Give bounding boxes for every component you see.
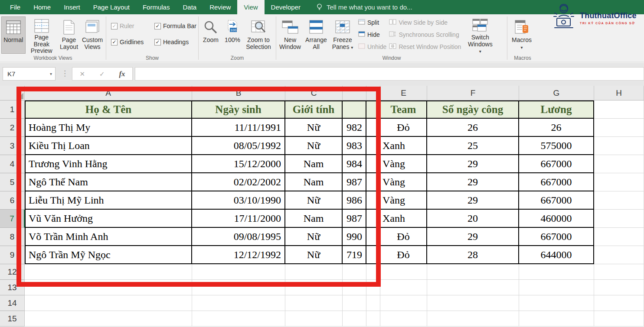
column-header-E[interactable]: E <box>380 86 427 100</box>
row-header-13[interactable]: 13 <box>0 280 25 295</box>
new-window-button[interactable]: New Window <box>278 16 303 54</box>
cell[interactable]: 984 <box>343 155 366 173</box>
cell[interactable] <box>192 264 285 280</box>
cell[interactable]: 15/12/2000 <box>192 155 285 173</box>
cell[interactable] <box>427 264 519 280</box>
cell[interactable] <box>366 264 380 280</box>
formula-input[interactable] <box>135 67 644 81</box>
cell[interactable]: 644000 <box>519 246 594 264</box>
table-header-cell[interactable]: Team <box>380 100 427 119</box>
normal-view-button[interactable]: Normal <box>1 16 26 54</box>
cell[interactable] <box>25 311 192 327</box>
cell[interactable]: 575000 <box>519 137 594 155</box>
table-header-cell[interactable]: Ngày sinh <box>192 100 285 119</box>
cell[interactable] <box>343 280 366 295</box>
row-header-4[interactable]: 4 <box>0 155 25 173</box>
row-header-9[interactable]: 9 <box>0 246 25 264</box>
tab-data[interactable]: Data <box>176 0 203 14</box>
name-box[interactable]: K7 ▾ <box>3 67 56 81</box>
cell[interactable] <box>192 295 285 311</box>
column-header-A[interactable]: A <box>25 86 192 100</box>
cell[interactable] <box>594 280 644 295</box>
cell[interactable] <box>427 280 519 295</box>
tab-formulas[interactable]: Formulas <box>136 0 177 14</box>
cell[interactable] <box>519 311 594 327</box>
split-button[interactable]: Split <box>358 16 386 29</box>
zoom-button[interactable]: Zoom <box>200 16 222 54</box>
table-header-cell[interactable]: Lương <box>519 100 594 119</box>
cell[interactable] <box>366 119 380 137</box>
cell[interactable] <box>366 311 380 327</box>
cell[interactable]: 667000 <box>519 155 594 173</box>
tab-insert[interactable]: Insert <box>57 0 87 14</box>
cell[interactable] <box>192 280 285 295</box>
cell[interactable] <box>594 155 644 173</box>
cell[interactable]: Nam <box>285 173 343 191</box>
cell[interactable]: 29 <box>427 173 519 191</box>
cell[interactable] <box>519 264 594 280</box>
cell[interactable]: 28 <box>427 246 519 264</box>
cell[interactable]: Vàng <box>380 155 427 173</box>
cell[interactable] <box>25 280 192 295</box>
cell[interactable]: Vàng <box>380 191 427 210</box>
cell[interactable]: 03/10/1990 <box>192 191 285 210</box>
row-header-1[interactable]: 1 <box>0 100 25 119</box>
cell[interactable] <box>519 295 594 311</box>
cell[interactable]: Xanh <box>380 210 427 228</box>
cell[interactable] <box>594 295 644 311</box>
cell[interactable] <box>519 280 594 295</box>
column-header-G[interactable]: G <box>519 86 594 100</box>
row-header-7[interactable]: 7 <box>0 210 25 228</box>
switch-windows-button[interactable]: Switch Windows ▾ <box>464 16 496 54</box>
row-header-8[interactable]: 8 <box>0 228 25 246</box>
row-header-15[interactable]: 15 <box>0 311 25 327</box>
unhide-button[interactable]: Unhide <box>358 41 386 53</box>
cell[interactable] <box>343 264 366 280</box>
column-header-narrow-3[interactable] <box>343 86 366 100</box>
cell[interactable] <box>366 280 380 295</box>
cell[interactable]: Trương Vinh Hằng <box>25 155 192 173</box>
cell[interactable] <box>343 295 366 311</box>
column-header-narrow-4[interactable] <box>366 86 380 100</box>
select-all-button[interactable] <box>0 86 25 100</box>
cell[interactable] <box>594 137 644 155</box>
cell[interactable] <box>285 295 343 311</box>
cell[interactable]: Kiều Thị Loan <box>25 137 192 155</box>
row-header-14[interactable]: 14 <box>0 295 25 311</box>
cell[interactable] <box>380 311 427 327</box>
gridlines-checkbox[interactable]: ✓ Gridlines <box>111 36 154 48</box>
cell[interactable]: 29 <box>427 228 519 246</box>
cell[interactable] <box>594 173 644 191</box>
cell[interactable]: 02/02/2002 <box>192 173 285 191</box>
tab-file[interactable]: File <box>3 0 27 14</box>
cell[interactable] <box>285 311 343 327</box>
cell[interactable] <box>594 228 644 246</box>
page-break-preview-button[interactable]: Page Break Preview <box>26 16 58 54</box>
cell[interactable] <box>594 119 644 137</box>
cell[interactable] <box>380 264 427 280</box>
synchronous-scrolling-button[interactable]: Synchronous Scrolling <box>389 29 461 41</box>
table-header-cell[interactable]: Giới tính <box>285 100 343 119</box>
cancel-icon[interactable]: ✕ <box>79 70 85 78</box>
cell[interactable] <box>366 246 380 264</box>
cell[interactable]: 667000 <box>519 228 594 246</box>
table-header-cell[interactable]: Số ngày công <box>427 100 519 119</box>
cell[interactable] <box>594 311 644 327</box>
row-header-6[interactable]: 6 <box>0 191 25 210</box>
cell[interactable]: 987 <box>343 210 366 228</box>
macros-button[interactable]: Macros▾ <box>509 16 535 54</box>
cell[interactable]: Nam <box>285 155 343 173</box>
cell[interactable]: Ngô Trần Mỹ Ngọc <box>25 246 192 264</box>
table-header-cell[interactable] <box>343 100 366 119</box>
cell[interactable]: 990 <box>343 228 366 246</box>
cell[interactable] <box>366 191 380 210</box>
cell[interactable]: 983 <box>343 137 366 155</box>
cell[interactable]: Nữ <box>285 246 343 264</box>
freeze-panes-button[interactable]: Freeze Panes ▾ <box>330 16 356 54</box>
cell[interactable] <box>594 210 644 228</box>
cell[interactable]: 982 <box>343 119 366 137</box>
cell[interactable]: Vũ Văn Hưởng <box>25 210 192 228</box>
tab-home[interactable]: Home <box>27 0 57 14</box>
cell[interactable]: Đỏ <box>380 246 427 264</box>
cell[interactable] <box>25 264 192 280</box>
